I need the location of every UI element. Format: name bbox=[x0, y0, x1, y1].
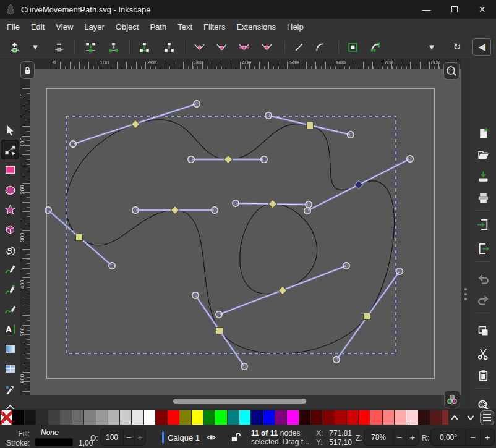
opacity-value[interactable]: 100 bbox=[101, 429, 123, 445]
rotation-value[interactable]: 0,00° bbox=[431, 429, 466, 445]
palette-swatch[interactable] bbox=[60, 410, 72, 425]
palette-swatch[interactable] bbox=[120, 410, 132, 425]
path-node[interactable] bbox=[224, 155, 233, 164]
rotation-decrease-button[interactable]: − bbox=[466, 429, 480, 445]
insert-node-button[interactable] bbox=[5, 38, 24, 56]
path-node[interactable] bbox=[171, 206, 179, 214]
palette-swatch[interactable] bbox=[311, 410, 323, 425]
snap-panel-toggle-button[interactable]: ◀ bbox=[472, 38, 491, 56]
palette-swatch[interactable] bbox=[287, 410, 299, 425]
selector-tool-button[interactable] bbox=[1, 120, 19, 139]
path-node[interactable] bbox=[131, 120, 140, 129]
rotation-spinbox[interactable]: 0,00° − + bbox=[430, 429, 495, 446]
opacity-spinbox[interactable]: 100 − + bbox=[100, 429, 146, 446]
palette-swatch[interactable] bbox=[48, 410, 60, 425]
box3d-tool-button[interactable] bbox=[1, 220, 19, 239]
zoom-value[interactable]: 78% bbox=[364, 429, 393, 445]
segment-line-button[interactable] bbox=[289, 38, 308, 56]
segment-curve-button[interactable] bbox=[310, 38, 329, 56]
palette-scroll-up-button[interactable] bbox=[448, 412, 461, 423]
zoom-decrease-button[interactable]: − bbox=[393, 429, 406, 445]
print-document-button[interactable] bbox=[474, 188, 492, 207]
node-smooth-button[interactable] bbox=[212, 38, 231, 56]
palette-menu-button[interactable] bbox=[480, 410, 494, 425]
palette-swatch[interactable] bbox=[156, 410, 168, 425]
new-document-button[interactable] bbox=[474, 124, 492, 142]
palette-swatch[interactable] bbox=[418, 410, 430, 425]
menu-file[interactable]: File bbox=[1, 20, 25, 34]
toolbar-overflow-dropdown-button[interactable]: ▾ bbox=[422, 38, 441, 56]
maximize-button[interactable] bbox=[440, 0, 468, 19]
palette-swatch[interactable] bbox=[406, 410, 418, 425]
mesh-tool-button[interactable] bbox=[1, 359, 19, 378]
pen-tool-button[interactable] bbox=[1, 280, 19, 298]
menu-filters[interactable]: Filters bbox=[198, 20, 231, 34]
path-node[interactable] bbox=[307, 122, 314, 129]
palette-swatch[interactable] bbox=[132, 410, 143, 425]
zoom-1to1-button[interactable]: 1:1 bbox=[443, 62, 460, 80]
redo-button[interactable] bbox=[474, 290, 492, 309]
paste-button[interactable] bbox=[474, 366, 492, 384]
menu-object[interactable]: Object bbox=[110, 20, 145, 34]
palette-swatch[interactable] bbox=[359, 410, 370, 425]
dropper-tool-button[interactable] bbox=[1, 379, 19, 398]
palette-swatch[interactable] bbox=[25, 410, 36, 425]
palette-swatch[interactable] bbox=[383, 410, 395, 425]
import-document-button[interactable] bbox=[474, 215, 492, 234]
duplicate-button[interactable] bbox=[474, 321, 492, 340]
opacity-increase-button[interactable]: + bbox=[134, 429, 145, 445]
menu-text[interactable]: Text bbox=[172, 20, 198, 34]
palette-swatch[interactable] bbox=[144, 410, 156, 425]
palette-swatch[interactable] bbox=[203, 410, 215, 425]
path-node[interactable] bbox=[354, 180, 363, 189]
join-nodes-button[interactable] bbox=[81, 38, 100, 56]
cut-button[interactable] bbox=[474, 344, 492, 363]
node-tool-button[interactable] bbox=[1, 140, 19, 159]
show-path-effects-button[interactable]: ↻ bbox=[448, 38, 466, 56]
palette-swatch[interactable] bbox=[72, 410, 84, 425]
layer-lock-button[interactable] bbox=[230, 431, 241, 444]
zoom-spinbox[interactable]: 78% − + bbox=[364, 429, 419, 446]
vertical-ruler[interactable]: 0100200300400500600 bbox=[20, 69, 30, 395]
fill-value[interactable]: None bbox=[41, 428, 59, 437]
palette-swatch[interactable] bbox=[370, 410, 382, 425]
zoom-increase-button[interactable]: + bbox=[406, 429, 419, 445]
palette-swatch[interactable] bbox=[323, 410, 335, 425]
canvas[interactable] bbox=[30, 69, 461, 395]
palette-swatch[interactable] bbox=[12, 410, 24, 425]
palette-swatch[interactable] bbox=[335, 410, 346, 425]
path-node[interactable] bbox=[268, 200, 277, 208]
stroke-to-path-button[interactable] bbox=[366, 38, 385, 56]
node-auto-button[interactable] bbox=[257, 38, 276, 56]
palette-swatch[interactable] bbox=[36, 410, 48, 425]
dock-grip-icon[interactable] bbox=[464, 298, 467, 300]
calligraphy-tool-button[interactable] bbox=[1, 300, 19, 318]
ellipse-tool-button[interactable] bbox=[1, 180, 19, 199]
path-node[interactable] bbox=[216, 328, 223, 334]
palette-swatch[interactable] bbox=[84, 410, 96, 425]
palette-swatch[interactable] bbox=[108, 410, 120, 425]
star-tool-button[interactable] bbox=[1, 200, 19, 219]
close-button[interactable]: ✕ bbox=[468, 0, 496, 19]
menu-edit[interactable]: Edit bbox=[25, 20, 50, 34]
horizontal-scrollbar[interactable] bbox=[30, 395, 461, 406]
bezier-path[interactable] bbox=[66, 120, 394, 354]
layer-visibility-button[interactable] bbox=[205, 432, 217, 444]
minimize-button[interactable]: — bbox=[413, 0, 440, 19]
stroke-color-swatch[interactable] bbox=[35, 438, 73, 446]
open-document-button[interactable] bbox=[474, 145, 492, 164]
save-document-button[interactable] bbox=[474, 167, 492, 185]
dock-grip-icon[interactable] bbox=[464, 293, 467, 295]
palette-swatch-none[interactable] bbox=[1, 410, 12, 425]
gradient-tool-button[interactable] bbox=[1, 339, 19, 358]
node-corner-button[interactable] bbox=[190, 38, 208, 56]
palette-swatch[interactable] bbox=[395, 410, 406, 425]
menu-extensions[interactable]: Extensions bbox=[231, 20, 281, 34]
snap-settings-button[interactable] bbox=[444, 390, 460, 408]
path-node[interactable] bbox=[364, 313, 370, 320]
menu-path[interactable]: Path bbox=[144, 20, 172, 34]
palette-swatch[interactable] bbox=[299, 410, 310, 425]
insert-node-dropdown-button[interactable]: ▾ bbox=[26, 38, 45, 56]
delete-node-button[interactable] bbox=[49, 38, 68, 56]
palette-swatch[interactable] bbox=[228, 410, 239, 425]
